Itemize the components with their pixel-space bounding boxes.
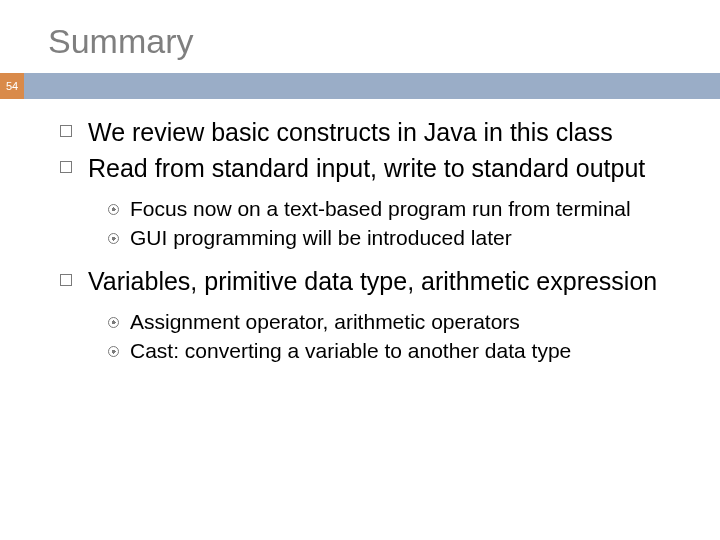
square-bullet-icon <box>60 153 88 185</box>
bullet-text: Cast: converting a variable to another d… <box>130 337 690 364</box>
bullet-level2: GUI programming will be introduced later <box>108 224 690 251</box>
slide-body: We review basic constructs in Java in th… <box>0 99 720 364</box>
slide-number-badge: 54 <box>0 73 24 99</box>
sub-bullet-group: Focus now on a text-based program run fr… <box>108 195 690 252</box>
bullet-text: GUI programming will be introduced later <box>130 224 690 251</box>
accent-bar: 54 <box>0 73 720 99</box>
bullet-level2: Assignment operator, arithmetic operator… <box>108 308 690 335</box>
bullet-text: Read from standard input, write to stand… <box>88 153 690 185</box>
accent-bar-fill <box>24 73 720 99</box>
dot-bullet-icon <box>108 224 130 251</box>
bullet-level1: We review basic constructs in Java in th… <box>60 117 690 149</box>
sub-bullet-group: Assignment operator, arithmetic operator… <box>108 308 690 365</box>
slide: Summary 54 We review basic constructs in… <box>0 0 720 540</box>
dot-bullet-icon <box>108 195 130 222</box>
slide-title: Summary <box>0 0 720 73</box>
bullet-text: We review basic constructs in Java in th… <box>88 117 690 149</box>
dot-bullet-icon <box>108 337 130 364</box>
square-bullet-icon <box>60 117 88 149</box>
bullet-level1: Read from standard input, write to stand… <box>60 153 690 185</box>
bullet-text: Focus now on a text-based program run fr… <box>130 195 690 222</box>
dot-bullet-icon <box>108 308 130 335</box>
bullet-level1: Variables, primitive data type, arithmet… <box>60 266 690 298</box>
bullet-text: Variables, primitive data type, arithmet… <box>88 266 690 298</box>
bullet-level2: Focus now on a text-based program run fr… <box>108 195 690 222</box>
bullet-level2: Cast: converting a variable to another d… <box>108 337 690 364</box>
square-bullet-icon <box>60 266 88 298</box>
bullet-text: Assignment operator, arithmetic operator… <box>130 308 690 335</box>
